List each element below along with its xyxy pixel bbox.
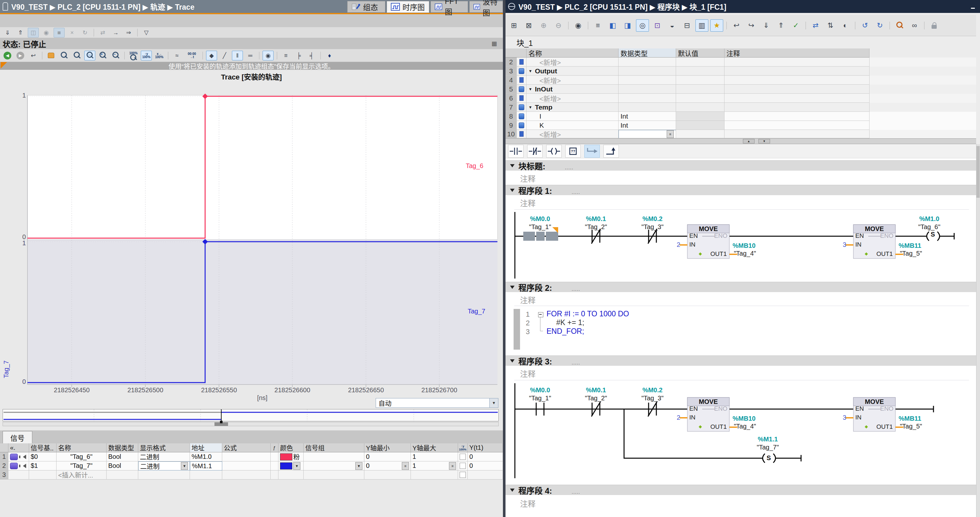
scl-code-line[interactable]: FOR #I := 0 TO 1000 DO xyxy=(547,310,629,318)
samples-icon[interactable]: ≈ xyxy=(172,51,183,61)
vertical-cursors-icon[interactable]: ‖ xyxy=(232,51,243,61)
expand-networks-icon[interactable]: ≡ xyxy=(592,19,605,32)
collapse-triangle-icon[interactable] xyxy=(510,189,515,192)
instruction-name[interactable]: MOVE xyxy=(687,225,729,233)
list-picker-icon[interactable]: ≡ xyxy=(667,130,674,138)
operand-address[interactable]: %M0.1 xyxy=(575,215,617,223)
operand-address[interactable]: %MB11 xyxy=(899,415,921,422)
go-offline-icon[interactable]: ⇅ xyxy=(824,19,837,32)
network1-header[interactable]: 程序段 1: ..... xyxy=(506,185,976,195)
zoom-100-icon[interactable]: 100% xyxy=(128,51,139,61)
operand-address[interactable]: %MB10 xyxy=(733,242,756,249)
scrollbar-thumb[interactable] xyxy=(977,146,980,198)
format-editor[interactable]: 二进制▼ xyxy=(138,461,190,471)
collapse-networks-icon[interactable]: ◧ xyxy=(606,19,619,32)
block-editor-titlebar[interactable]: V90_TEST ▶ PLC_2 [CPU 1511-1 PN] ▶ 程序块 ▶… xyxy=(506,0,980,13)
network2-comment[interactable]: 注释 xyxy=(520,294,536,305)
formula-icon[interactable]: ƒ xyxy=(270,443,278,452)
delete-row-icon[interactable]: ⊠ xyxy=(522,19,535,32)
expander-icon[interactable]: ▼ xyxy=(528,87,532,91)
network3-header[interactable]: 程序段 3: ..... xyxy=(506,356,976,366)
interface-row-output[interactable]: 3 ▼Output xyxy=(506,67,976,76)
chart-horizontal-scrollbar[interactable] xyxy=(3,422,499,426)
minimize-button[interactable] xyxy=(968,3,977,10)
signal-row-tag6[interactable]: 1 $0 "Tag_6" Bool 二进制 %M1.0 粉 0 1 0 xyxy=(0,452,503,461)
interface-row-new-edit[interactable]: 10 <新增> ≡ xyxy=(506,130,976,138)
tab-bode-diagram[interactable]: 波特图 xyxy=(469,1,503,13)
chevron-down-icon[interactable]: ▼ xyxy=(355,462,363,470)
remove-row-icon[interactable]: ⊖ xyxy=(552,19,565,32)
expander-icon[interactable]: ▼ xyxy=(528,69,532,73)
window-splitter[interactable] xyxy=(503,0,506,517)
operand-address[interactable]: %MB11 xyxy=(899,242,921,249)
interface-row-temp[interactable]: 7 ▼Temp xyxy=(506,103,976,112)
operand-address[interactable]: %M1.1 xyxy=(747,436,789,443)
zoom-out-icon[interactable]: − xyxy=(110,51,121,61)
import-measurement-icon[interactable]: ⇒ xyxy=(123,28,134,37)
signal-row-tag7[interactable]: 2 $1 "Tag_7" Bool 二进制▼ %M1.1 ▼ ▼ 0≡ 1≡ 0 xyxy=(0,461,503,471)
instruction-name[interactable]: MOVE xyxy=(853,225,896,233)
operand-tag[interactable]: "Tag_4" xyxy=(734,250,756,257)
repeat-trace-icon[interactable]: ↻ xyxy=(80,28,91,37)
scroll-up-icon[interactable]: ▲ xyxy=(743,139,754,144)
operand-tag[interactable]: "Tag_7" xyxy=(747,444,789,451)
address-editor[interactable]: %M1.1 xyxy=(190,461,222,471)
operand-address[interactable]: %MB10 xyxy=(733,415,756,422)
zoom-in-icon[interactable]: + xyxy=(97,51,108,61)
jump-forward-icon[interactable]: ↻ xyxy=(873,19,886,32)
upload-trace-icon[interactable]: ⇑ xyxy=(15,28,26,37)
network2-header[interactable]: 程序段 2: ..... xyxy=(506,282,976,292)
keep-values-icon[interactable]: ◉ xyxy=(572,19,585,32)
legend-icon[interactable]: ≡ xyxy=(280,51,291,61)
constant-value[interactable]: 2 xyxy=(672,414,680,421)
network-comments-icon[interactable]: ◎ xyxy=(636,19,649,32)
interface-row-new[interactable]: 6 <新增> xyxy=(506,94,976,103)
go-online-icon[interactable]: ⇄ xyxy=(809,19,822,32)
interface-row-inout[interactable]: 5 ▼InOut xyxy=(506,85,976,94)
interface-row-new[interactable]: 2 <新增> xyxy=(506,57,976,67)
instruction-name[interactable]: MOVE xyxy=(853,398,896,405)
insert-row-icon[interactable]: ⊞ xyxy=(508,19,520,32)
open-branch-icon[interactable] xyxy=(584,145,600,158)
discard-trace-icon[interactable]: × xyxy=(67,28,78,37)
y-autoscale-column-header[interactable]: ↑y 100% xyxy=(458,443,468,452)
network4-comment[interactable]: 注释 xyxy=(520,498,536,509)
chevron-down-icon[interactable]: ▼ xyxy=(489,399,498,407)
operand-address[interactable]: %M0.0 xyxy=(519,386,561,394)
constant-value[interactable]: 3 xyxy=(838,241,846,249)
display-format-icon[interactable]: ⊟ xyxy=(681,19,694,32)
download-trace-icon[interactable]: ⇓ xyxy=(2,28,13,37)
overview-cursor-handle[interactable] xyxy=(220,421,223,423)
coil-icon[interactable] xyxy=(546,145,562,158)
monitor-toggle-icon[interactable]: ◐ xyxy=(839,19,852,32)
upload-block-icon[interactable]: ⇑ xyxy=(775,19,788,32)
tab-fft-diagram[interactable]: FFT 图 xyxy=(431,1,468,13)
collapse-triangle-icon[interactable] xyxy=(510,286,515,289)
y-autoscale-checkbox[interactable] xyxy=(460,463,466,469)
snapshot-icon[interactable]: ♦ xyxy=(324,51,335,61)
operand-tag[interactable]: "Tag_1" xyxy=(519,394,561,402)
x-scale-100-icon[interactable]: x→100% xyxy=(154,51,165,61)
collapse-triangle-icon[interactable] xyxy=(510,488,515,492)
operand-tag[interactable]: "Tag_5" xyxy=(900,423,922,430)
stop-trace-icon[interactable]: ■ xyxy=(54,28,65,37)
zoom-dynamic-icon[interactable] xyxy=(72,51,83,61)
pane-layout-icon[interactable]: ▦ xyxy=(489,39,500,48)
y-autoscale-checkbox[interactable] xyxy=(460,454,466,460)
empty-box-icon[interactable]: ?? xyxy=(565,145,581,158)
show-points-icon[interactable]: ◆ xyxy=(206,51,217,61)
pan-hand-icon[interactable] xyxy=(46,51,57,61)
operand-address[interactable]: %M0.2 xyxy=(632,215,673,223)
tag7-color-swatch[interactable] xyxy=(280,463,292,469)
interface-row-new[interactable]: 4 <新增> xyxy=(506,76,976,85)
export-measurement-icon[interactable]: → xyxy=(110,28,121,37)
y-scale-100-icon[interactable]: ↑y100% xyxy=(141,51,152,61)
tab-configuration[interactable]: 组态 xyxy=(347,1,385,13)
zoom-horizontal-icon[interactable]: ↔ xyxy=(84,51,95,61)
filter-icon[interactable]: ▽ xyxy=(141,28,152,37)
trace-chart-plot[interactable] xyxy=(0,70,503,431)
record-trace-icon[interactable]: ◉ xyxy=(41,28,52,37)
chevron-down-icon[interactable]: ▼ xyxy=(181,462,188,470)
scl-code-line[interactable]: END_FOR; xyxy=(547,327,584,336)
undo-icon[interactable]: ↩ xyxy=(730,19,743,32)
